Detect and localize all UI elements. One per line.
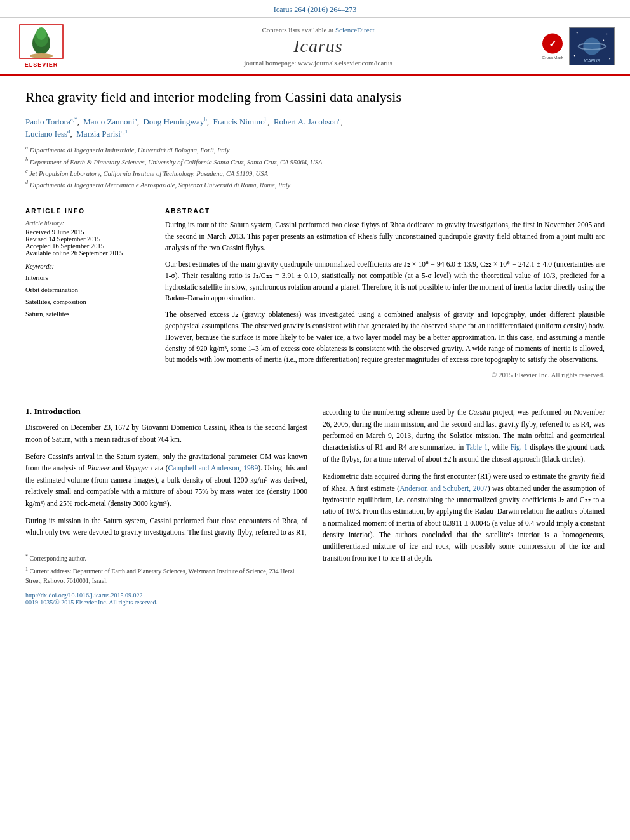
author-iess[interactable]: Luciano Iess xyxy=(25,130,67,139)
article-info-abstract-section: Article Info Article history: Received 9… xyxy=(25,201,605,385)
intro-body-left: Discovered on December 23, 1672 by Giova… xyxy=(25,422,307,538)
footnote-2: 1 Current address: Department of Earth a… xyxy=(25,566,307,585)
crossmark-badge-area: ✓ CrossMark xyxy=(542,33,563,59)
affiliation-c: c Jet Propulsion Laboratory, California … xyxy=(25,168,605,179)
authors-line: Paolo Tortoraa,*, Marco Zannonia, Doug H… xyxy=(25,116,605,141)
received-date: Received 9 June 2015 xyxy=(25,229,152,236)
affiliations: a Dipartimento di Ingegneria Industriale… xyxy=(25,144,605,190)
contents-label: Contents lists available at xyxy=(262,26,333,34)
abstract-para-2: Our best estimates of the main gravity q… xyxy=(165,259,605,304)
affiliation-a: a Dipartimento di Ingegneria Industriale… xyxy=(25,144,605,156)
crossmark-icon: ✓ xyxy=(542,33,563,53)
author-nimmo[interactable]: Francis Nimmo xyxy=(213,117,264,126)
ref-fig1[interactable]: Fig. 1 xyxy=(510,443,527,451)
svg-point-13 xyxy=(574,55,575,56)
keywords-section: Keywords: Interiors Orbit determination … xyxy=(25,263,152,321)
affiliation-d: d Dipartimento di Ingegneria Meccanica e… xyxy=(25,179,605,190)
article-history: Article history: Received 9 June 2015 Re… xyxy=(25,220,152,257)
intro-right-para-2: Radiometric data acquired during the fir… xyxy=(323,470,605,564)
accepted-date: Accepted 16 September 2015 xyxy=(25,243,152,250)
crossmark-label: CrossMark xyxy=(542,55,563,59)
author-tortora[interactable]: Paolo Tortora xyxy=(25,117,70,126)
svg-point-7 xyxy=(583,37,600,55)
article-history-label: Article history: xyxy=(25,220,152,227)
abstract-para-1: During its tour of the Saturn system, Ca… xyxy=(165,220,605,253)
contents-line: Contents lists available at ScienceDirec… xyxy=(70,26,566,34)
elsevier-tree-icon xyxy=(19,24,64,59)
footnote-area: * Corresponding author. 1 Current addres… xyxy=(25,549,307,586)
svg-point-3 xyxy=(36,27,46,40)
abstract-panel: Abstract During its tour of the Saturn s… xyxy=(165,201,605,385)
paper-title: Rhea gravity field and interior modeling… xyxy=(25,88,605,107)
abstract-para-3: The observed excess J₂ (gravity oblatene… xyxy=(165,309,605,366)
footer-doi: http://dx.doi.org/10.1016/j.icarus.2015.… xyxy=(25,592,307,606)
svg-point-10 xyxy=(582,36,583,37)
svg-point-9 xyxy=(577,32,578,33)
homepage-text: journal homepage: www.journals.elsevier.… xyxy=(244,59,392,67)
svg-point-12 xyxy=(603,39,605,41)
abstract-text: During its tour of the Saturn system, Ca… xyxy=(165,220,605,366)
intro-right-para-1: according to the numbering scheme used b… xyxy=(323,406,605,465)
keyword-saturn-sat: Saturn, satellites xyxy=(25,309,152,321)
journal-header: ELSEVIER Contents lists available at Sci… xyxy=(0,18,630,76)
revised-date: Revised 14 September 2015 xyxy=(25,236,152,243)
journal-title: Icarus xyxy=(70,36,566,57)
footnote-1: * Corresponding author. xyxy=(25,553,307,563)
journal-center: Contents lists available at ScienceDirec… xyxy=(70,26,566,67)
svg-point-14 xyxy=(609,58,610,59)
affiliation-b: b Department of Earth & Planetary Scienc… xyxy=(25,156,605,168)
author-parisi[interactable]: Marzia Parisi xyxy=(76,130,121,139)
author-zannoni[interactable]: Marco Zannoni xyxy=(83,117,135,126)
abstract-title: Abstract xyxy=(165,208,605,215)
icarus-logo: ICARUS xyxy=(566,27,617,65)
keyword-interiors: Interiors xyxy=(25,272,152,284)
intro-para-1: Discovered on December 23, 1672 by Giova… xyxy=(25,422,307,445)
keywords-label: Keywords: xyxy=(25,263,152,270)
intro-body-right: according to the numbering scheme used b… xyxy=(323,406,605,564)
issn-line: 0019-1035/© 2015 Elsevier Inc. All right… xyxy=(25,599,158,606)
ref-campbell[interactable]: Campbell and Anderson, 1989 xyxy=(168,464,258,472)
author-hemingway[interactable]: Doug Hemingway xyxy=(143,117,204,126)
section-divider xyxy=(25,396,605,396)
ref-table1[interactable]: Table 1 xyxy=(466,443,488,451)
author-jacobson[interactable]: Robert A. Jacobson xyxy=(274,117,338,126)
article-content: Rhea gravity field and interior modeling… xyxy=(0,76,630,618)
intro-col-left: 1. Introduction Discovered on December 2… xyxy=(25,406,307,606)
introduction-section: 1. Introduction Discovered on December 2… xyxy=(25,406,605,606)
keywords-list: Interiors Orbit determination Satellites… xyxy=(25,272,152,321)
intro-heading: 1. Introduction xyxy=(25,406,307,417)
svg-point-11 xyxy=(606,33,607,34)
icarus-icon: ICARUS xyxy=(570,27,614,65)
doi-link[interactable]: http://dx.doi.org/10.1016/j.icarus.2015.… xyxy=(25,592,143,599)
keyword-satellites-comp: Satellites, composition xyxy=(25,297,152,309)
intro-para-2: Before Cassini's arrival in the Saturn s… xyxy=(25,451,307,509)
section-title-text: Introduction xyxy=(34,406,81,416)
svg-point-4 xyxy=(30,53,53,58)
intro-col-right: according to the numbering scheme used b… xyxy=(323,406,605,606)
svg-text:ICARUS: ICARUS xyxy=(584,58,600,63)
available-date: Available online 26 September 2015 xyxy=(25,250,152,257)
article-info-panel: Article Info Article history: Received 9… xyxy=(25,201,152,385)
elsevier-logo: ELSEVIER xyxy=(13,24,70,68)
ref-anderson[interactable]: Anderson and Schubert, 2007 xyxy=(399,484,488,492)
copyright-line: © 2015 Elsevier Inc. All rights reserved… xyxy=(165,371,605,378)
keyword-orbit: Orbit determination xyxy=(25,284,152,297)
icarus-image: ICARUS xyxy=(569,27,615,65)
doi-line: Icarus 264 (2016) 264–273 xyxy=(0,0,630,18)
article-info-title: Article Info xyxy=(25,208,152,215)
journal-homepage: journal homepage: www.journals.elsevier.… xyxy=(70,59,566,67)
section-number: 1. xyxy=(25,406,32,416)
intro-para-3: During its mission in the Saturn system,… xyxy=(25,515,307,538)
sciencedirect-link[interactable]: ScienceDirect xyxy=(335,26,375,34)
doi-text: Icarus 264 (2016) 264–273 xyxy=(274,5,356,14)
elsevier-wordmark: ELSEVIER xyxy=(25,62,58,68)
